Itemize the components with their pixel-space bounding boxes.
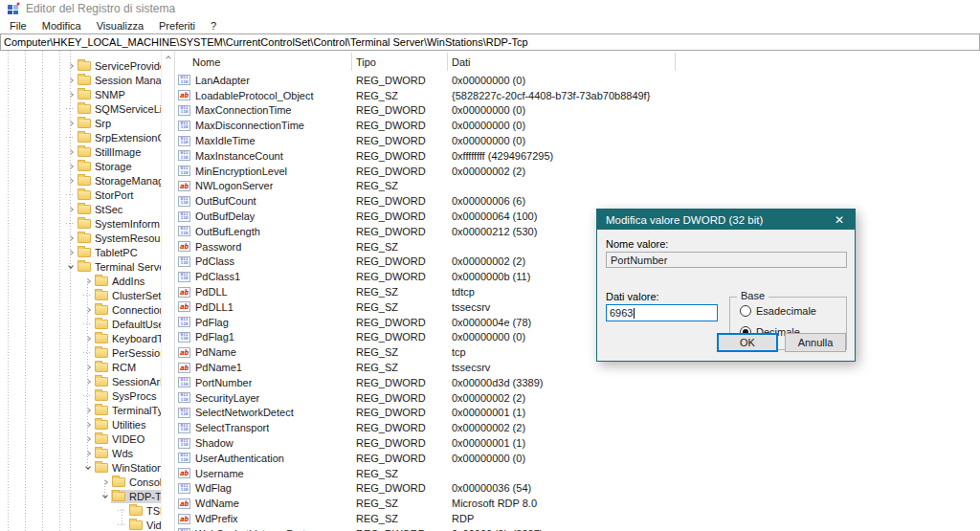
tree-item-video[interactable]: VIDEO [0, 431, 161, 446]
registry-value-row-nwlogonserver[interactable]: abNWLogonServerREG_SZ [175, 179, 980, 194]
expand-chevron-icon[interactable] [64, 245, 77, 259]
expand-chevron-icon[interactable] [64, 144, 77, 159]
column-header-nome[interactable]: Nome [175, 53, 352, 71]
registry-value-row-shadow[interactable]: 011110ShadowREG_DWORD0x00000001 (1) [175, 435, 980, 451]
expand-chevron-icon[interactable] [81, 446, 94, 460]
tree-item-rdp-tcp[interactable]: RDP-Tcp [0, 489, 161, 503]
registry-value-row-pddll1[interactable]: abPdDLL1REG_SZtssecsrv [175, 299, 980, 315]
registry-value-row-securitylayer[interactable]: 011110SecurityLayerREG_DWORD0x00000002 (… [175, 390, 980, 406]
tree-item-winstation[interactable]: WinStation [0, 460, 161, 475]
tree-item-storage[interactable]: Storage [0, 159, 161, 173]
expand-chevron-icon[interactable] [64, 73, 77, 87]
registry-value-row-pdclass[interactable]: 011110PdClassREG_DWORD0x00000002 (2) [175, 254, 980, 270]
tree-item-keyboardty[interactable]: KeyboardTy [0, 331, 161, 345]
expand-chevron-icon[interactable] [64, 259, 77, 274]
expand-chevron-icon[interactable] [81, 302, 94, 317]
registry-value-row-selecttransport[interactable]: 011110SelectTransportREG_DWORD0x00000002… [175, 420, 980, 435]
menu-item-preferiti[interactable]: Preferiti [151, 19, 203, 33]
expand-chevron-icon[interactable] [64, 231, 77, 245]
menu-item-visualizza[interactable]: Visualizza [89, 19, 151, 33]
expand-chevron-icon[interactable] [64, 116, 77, 130]
tree-item-srpextensionc[interactable]: SrpExtensionC [0, 130, 161, 144]
registry-value-row-username[interactable]: abUsernameREG_SZ [175, 466, 980, 481]
tree-item-clustersetti[interactable]: ClusterSetti [0, 288, 161, 302]
tree-item-wds[interactable]: Wds [0, 446, 161, 460]
tree-item-storagemanag[interactable]: StorageManag [0, 173, 161, 188]
registry-value-row-wdprefix[interactable]: abWdPrefixREG_SZRDP [175, 511, 980, 526]
registry-value-row-maxidletime[interactable]: 011110MaxIdleTimeREG_DWORD0x00000000 (0) [175, 133, 980, 148]
tree-item-utilities[interactable]: Utilities [0, 417, 161, 431]
value-data-input[interactable]: 6963 [606, 304, 718, 321]
menu-item-file[interactable]: File [2, 19, 34, 33]
tree-item-stsec[interactable]: StSec [0, 202, 161, 216]
registry-value-row-pdflag[interactable]: 011110PdFlagREG_DWORD0x0000004e (78) [175, 315, 980, 330]
registry-value-row-portnumber[interactable]: 011110PortNumberREG_DWORD0x00000d3d (338… [175, 375, 980, 390]
tree-item-stillimage[interactable]: StillImage [0, 144, 161, 159]
tree-vertical-scrollbar[interactable] [161, 51, 174, 531]
tree-item-connection[interactable]: Connection [0, 302, 161, 317]
registry-value-row-maxdisconnectiontime[interactable]: 011110MaxDisconnectionTimeREG_DWORD0x000… [175, 118, 980, 133]
tree-item-video[interactable]: Video [0, 518, 161, 531]
registry-value-row-outbufcount[interactable]: 011110OutBufCountREG_DWORD0x00000006 (6) [175, 193, 980, 209]
registry-value-row-loadableprotocol-object[interactable]: abLoadableProtocol_ObjectREG_SZ{5828227c… [175, 88, 980, 103]
expand-chevron-icon[interactable] [81, 374, 94, 388]
registry-value-row-outbufdelay[interactable]: 011110OutBufDelayREG_DWORD0x00000064 (10… [175, 209, 980, 224]
tree-item-snmp[interactable]: SNMP [0, 87, 161, 101]
registry-value-row-outbuflength[interactable]: 011110OutBufLengthREG_DWORD0x00000212 (5… [175, 224, 980, 239]
tree-item-systeminform[interactable]: SystemInform [0, 216, 161, 231]
cancel-button[interactable]: Annulla [785, 333, 846, 352]
expand-chevron-icon[interactable] [81, 360, 94, 374]
registry-value-row-pdname[interactable]: abPdNameREG_SZtcp [175, 344, 980, 360]
expand-chevron-icon[interactable] [64, 159, 77, 173]
address-bar[interactable]: Computer\HKEY_LOCAL_MACHINE\SYSTEM\Curre… [0, 33, 980, 51]
tree-item-console[interactable]: Console [0, 475, 161, 489]
expand-chevron-icon[interactable] [81, 417, 94, 431]
registry-value-row-selectnetworkdetect[interactable]: 011110SelectNetworkDetectREG_DWORD0x0000… [175, 406, 980, 421]
radio-hexadecimal[interactable]: Esadecimale [740, 305, 816, 317]
tree-item-rcm[interactable]: RCM [0, 360, 161, 374]
scroll-up-arrow-icon[interactable] [162, 51, 174, 64]
tree-item-serviceprovide[interactable]: ServiceProvide [0, 58, 161, 73]
tree-item-srp[interactable]: Srp [0, 116, 161, 130]
tree-item-terminal-serve[interactable]: Terminal Serve [0, 259, 161, 274]
tree-item-addins[interactable]: AddIns [0, 274, 161, 288]
tree-item-systemresour[interactable]: SystemResour [0, 231, 161, 245]
registry-value-row-maxconnectiontime[interactable]: 011110MaxConnectionTimeREG_DWORD0x000000… [175, 103, 980, 119]
expand-chevron-icon[interactable] [81, 331, 94, 345]
tree-item-defaultuser[interactable]: DefaultUser [0, 317, 161, 331]
tree-item-persession[interactable]: PerSession [0, 345, 161, 360]
tree-item-sysprocs[interactable]: SysProcs [0, 388, 161, 403]
registry-value-row-websocketlistenerport[interactable]: 011110WebSocketListenerPortREG_DWORD0x00… [175, 526, 980, 531]
tree-item-tabletpc[interactable]: TabletPC [0, 245, 161, 259]
tree-item-terminalty[interactable]: TerminalTy [0, 403, 161, 417]
expand-chevron-icon[interactable] [64, 173, 77, 188]
expand-chevron-icon[interactable] [99, 489, 111, 503]
expand-chevron-icon[interactable] [64, 87, 77, 101]
expand-chevron-icon[interactable] [81, 274, 94, 288]
close-icon[interactable]: ✕ [824, 210, 855, 230]
registry-value-row-maxinstancecount[interactable]: 011110MaxInstanceCountREG_DWORD0xfffffff… [175, 148, 980, 164]
expand-chevron-icon[interactable] [64, 58, 77, 73]
column-header-dati[interactable]: Dati [448, 53, 676, 71]
column-header-tipo[interactable]: Tipo [352, 53, 448, 71]
registry-value-row-wdflag[interactable]: 011110WdFlagREG_DWORD0x00000036 (54) [175, 481, 980, 497]
registry-value-row-pdflag1[interactable]: 011110PdFlag1REG_DWORD0x00000000 (0) [175, 330, 980, 345]
tree-item-storport[interactable]: StorPort [0, 188, 161, 202]
registry-value-row-pdclass1[interactable]: 011110PdClass1REG_DWORD0x0000000b (11) [175, 269, 980, 284]
registry-value-row-minencryptionlevel[interactable]: 011110MinEncryptionLevelREG_DWORD0x00000… [175, 164, 980, 179]
ok-button[interactable]: OK [717, 333, 778, 352]
expand-chevron-icon[interactable] [81, 460, 94, 475]
expand-chevron-icon[interactable] [81, 403, 94, 417]
expand-chevron-icon[interactable] [64, 202, 77, 216]
expand-chevron-icon[interactable] [81, 431, 94, 446]
tree-item-sqmservicelis[interactable]: SQMServiceLis [0, 101, 161, 116]
expand-chevron-icon[interactable] [99, 475, 111, 489]
registry-value-row-password[interactable]: abPasswordREG_SZ [175, 239, 980, 254]
registry-value-row-pdname1[interactable]: abPdName1REG_SZtssecsrv [175, 360, 980, 375]
menu-item-modifica[interactable]: Modifica [34, 19, 89, 33]
value-name-field[interactable]: PortNumber [606, 252, 847, 268]
menu-item-[interactable]: ? [203, 19, 224, 33]
tree-item-sessionarb[interactable]: SessionArb [0, 374, 161, 388]
tree-item-tsmi[interactable]: TSMI [0, 503, 161, 518]
registry-value-row-pddll[interactable]: abPdDLLREG_SZtdtcp [175, 284, 980, 299]
